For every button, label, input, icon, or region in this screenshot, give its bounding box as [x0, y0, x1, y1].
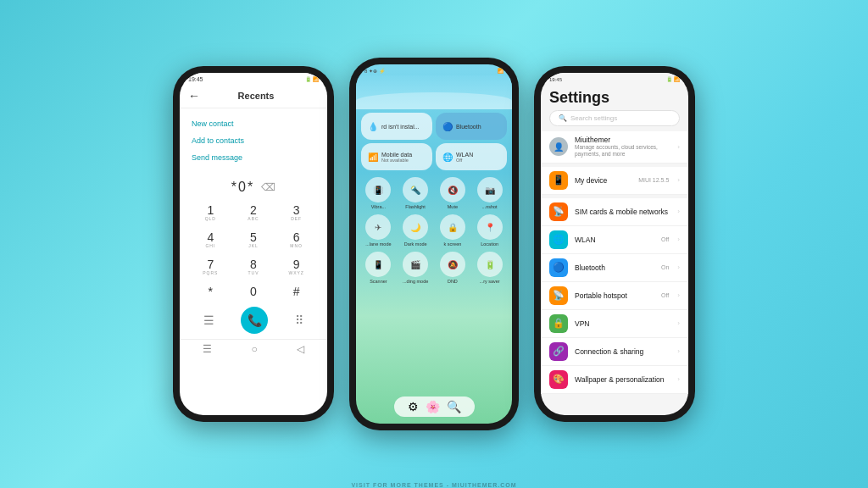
tile-bluetooth[interactable]: 🔵 Bluetooth [436, 113, 507, 140]
qbtn-airplane[interactable]: ✈ [365, 214, 391, 240]
contacts-icon[interactable]: ☰ [203, 313, 214, 327]
device-value: MIUI 12.5.5 [638, 177, 669, 183]
settings-item-connection[interactable]: 🔗 Connection & sharing › [541, 338, 688, 366]
dialpad: *0* ⌫ 1QLD 2ABC 3DEF 4GHI 5JKL 6MNO 7PQR… [180, 173, 327, 339]
bluetooth-name: Bluetooth [575, 263, 654, 272]
qbtn-recording[interactable]: 🎬 [403, 252, 428, 277]
nav-home-icon[interactable]: ○ [251, 343, 257, 355]
avatar: 👤 [549, 137, 568, 156]
quick-buttons-row2: ✈ ...lane mode 🌙 Dark mode 🔒 k screen 📍 … [356, 213, 512, 248]
search-icon: 🔍 [559, 114, 567, 122]
qbtn-location[interactable]: 📍 [477, 214, 503, 240]
dial-display: *0* ⌫ [186, 173, 320, 200]
hotspot-name: Portable hotspot [575, 291, 654, 300]
status-bar-3: 19:45 🔋📶 [541, 73, 688, 84]
quick-tiles: 💧 rd isn't instal... 🔵 Bluetooth 📶 Mobil… [356, 109, 512, 174]
sim-arrow-icon: › [677, 208, 680, 215]
tile-wlan[interactable]: 🌐 WLAN Off [436, 143, 507, 170]
qbtn-darkmode[interactable]: 🌙 [403, 214, 428, 240]
settings-item-sim[interactable]: 📡 SIM cards & mobile networks › [541, 198, 688, 226]
qbtn-vibrate[interactable]: 📳 [365, 177, 391, 202]
dial-key-star[interactable]: * [190, 281, 231, 302]
tile-wlan-label: WLAN [456, 152, 473, 158]
qbtn-battery-wrap: 🔋 ...ry saver [472, 252, 507, 284]
add-to-contacts-action[interactable]: Add to contacts [192, 132, 315, 149]
tile-water[interactable]: 💧 rd isn't instal... [361, 113, 432, 140]
settings-item-vpn[interactable]: 🔒 VPN › [541, 310, 688, 338]
settings-item-account[interactable]: 👤 Miuithemer Manage accounts, cloud serv… [541, 131, 688, 164]
dial-key-7[interactable]: 7PQRS [190, 254, 231, 280]
background: 19:45 🔋 📶 ← Recents New contact Add to c… [0, 0, 868, 488]
home-status-icons: 8 ✦⊕ ⚡ [364, 68, 385, 74]
dialpad-icon[interactable]: ⠿ [295, 313, 303, 327]
connection-icon: 🔗 [549, 342, 568, 361]
qbtn-lock[interactable]: 🔒 [440, 214, 465, 240]
nav-back-icon[interactable]: ◁ [297, 343, 304, 355]
qbtn-dark-label: Dark mode [398, 241, 433, 247]
dial-key-2[interactable]: 2ABC [233, 200, 275, 225]
vpn-name: VPN [575, 319, 670, 328]
qbtn-vibrate-wrap: 📳 Vibra... [361, 177, 396, 209]
dial-grid: 1QLD 2ABC 3DEF 4GHI 5JKL 6MNO 7PQRS 8TUV… [186, 200, 320, 302]
qbtn-vibrate-label: Vibra... [361, 204, 396, 209]
status-time-1: 19:45 [188, 76, 203, 82]
call-button[interactable]: 📞 [241, 307, 268, 334]
settings-item-wallpaper[interactable]: 🎨 Wallpaper & personalization › [541, 366, 688, 394]
qbtn-battery-saver[interactable]: 🔋 [477, 252, 503, 277]
qbtn-flashlight[interactable]: 🔦 [403, 177, 428, 202]
new-contact-action[interactable]: New contact [192, 115, 315, 132]
bluetooth-value: On [661, 264, 669, 270]
tile-water-label: rd isn't instal... [381, 124, 420, 130]
send-message-action[interactable]: Send message [192, 149, 315, 166]
dial-key-5[interactable]: 5JKL [233, 227, 275, 252]
device-icon: 📱 [549, 171, 568, 190]
phone-settings: 19:45 🔋📶 Settings 🔍 Search settings 👤 [534, 66, 695, 422]
backspace-button[interactable]: ⌫ [261, 181, 275, 193]
dial-key-4[interactable]: 4GHI [190, 227, 231, 252]
dial-key-6[interactable]: 6MNO [275, 227, 317, 252]
back-button[interactable]: ← [188, 89, 200, 103]
settings-item-device[interactable]: 📱 My device MIUI 12.5.5 › [541, 167, 688, 195]
dial-number: *0* [231, 180, 254, 195]
settings-screen: 19:45 🔋📶 Settings 🔍 Search settings 👤 [541, 73, 688, 415]
settings-item-wlan[interactable]: 🌐 WLAN Off › [541, 226, 688, 254]
dial-key-hash[interactable]: # [275, 281, 317, 302]
qbtn-dnd[interactable]: 🔕 [440, 252, 465, 277]
dial-key-0[interactable]: 0 [233, 281, 275, 302]
dial-key-3[interactable]: 3DEF [275, 200, 317, 225]
qbtn-mute-wrap: 🔇 Mute [436, 177, 470, 209]
qbtn-scanner[interactable]: 📱 [365, 252, 391, 277]
vpn-icon: 🔒 [549, 314, 568, 333]
sim-name: SIM cards & mobile networks [575, 208, 670, 216]
recents-header: ← Recents [180, 84, 327, 108]
home-status-bar: 8 ✦⊕ ⚡ 📶 [356, 64, 512, 75]
qbtn-mute[interactable]: 🔇 [440, 177, 465, 202]
sim-icon: 📡 [549, 202, 568, 221]
dial-key-8[interactable]: 8TUV [233, 254, 275, 280]
connection-arrow-icon: › [677, 347, 680, 355]
hotspot-value: Off [661, 292, 669, 298]
dial-key-1[interactable]: 1QLD [190, 200, 231, 225]
settings-item-hotspot[interactable]: 📡 Portable hotspot Off › [541, 282, 688, 310]
settings-search[interactable]: 🔍 Search settings [549, 110, 680, 126]
qbtn-screenshot[interactable]: 📷 [477, 177, 503, 202]
connection-name: Connection & sharing [575, 347, 670, 356]
account-arrow-icon: › [677, 143, 680, 151]
bluetooth-arrow-icon: › [677, 263, 680, 271]
sky-decoration [356, 75, 512, 109]
wallpaper-name: Wallpaper & personalization [575, 375, 670, 384]
qbtn-dnd-label: DND [436, 279, 470, 284]
nav-menu-icon[interactable]: ☰ [203, 343, 212, 355]
account-desc: Manage accounts, cloud services, payment… [575, 144, 670, 158]
cloud-decoration [356, 92, 512, 109]
device-arrow-icon: › [677, 176, 680, 184]
settings-item-bluetooth[interactable]: 🔵 Bluetooth On › [541, 254, 688, 282]
dock-settings-icon[interactable]: ⚙ [408, 400, 419, 413]
contact-actions: New contact Add to contacts Send message [180, 108, 327, 173]
dial-key-9[interactable]: 9WXYZ [275, 254, 317, 280]
tile-mobile-data[interactable]: 📶 Mobile data Not available [361, 143, 432, 170]
qbtn-lock-wrap: 🔒 k screen [436, 214, 470, 247]
dock-home-icon[interactable]: 🌸 [426, 400, 440, 413]
dock-search-icon[interactable]: 🔍 [447, 400, 461, 413]
wallpaper-icon: 🎨 [549, 370, 568, 389]
